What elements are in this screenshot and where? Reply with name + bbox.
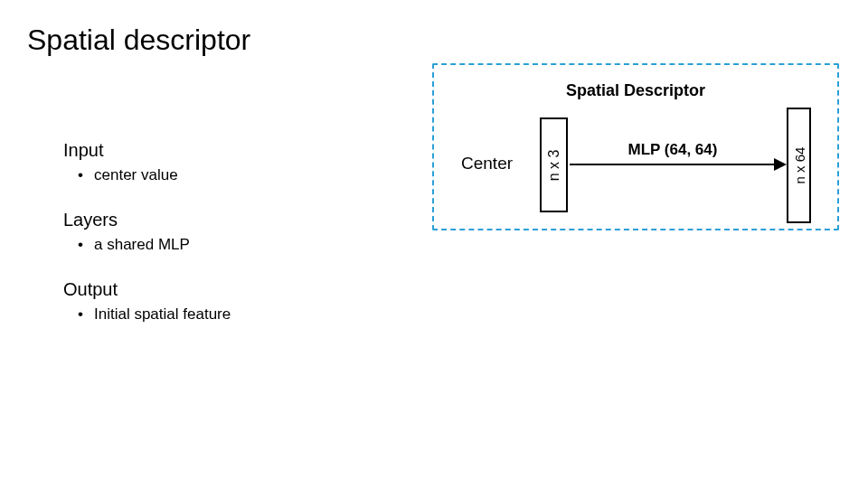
input-label: Input bbox=[63, 140, 231, 161]
layers-bullet: a shared MLP bbox=[94, 236, 231, 254]
mlp-label: MLP (64, 64) bbox=[570, 141, 776, 159]
output-label: Output bbox=[63, 279, 231, 300]
arrow-line bbox=[570, 164, 776, 165]
output-bullet: Initial spatial feature bbox=[94, 305, 231, 324]
center-label: Center bbox=[461, 154, 513, 174]
diagram-title: Spatial Descriptor bbox=[432, 81, 839, 100]
arrow-head-icon bbox=[774, 158, 787, 171]
spatial-descriptor-diagram: Spatial Descriptor Center n x 3 MLP (64,… bbox=[432, 47, 839, 237]
slide-title: Spatial descriptor bbox=[27, 23, 250, 57]
output-tensor-block: n x 64 bbox=[787, 108, 811, 223]
content-area: Input center value Layers a shared MLP O… bbox=[63, 140, 231, 349]
input-tensor-label: n x 3 bbox=[546, 149, 562, 181]
input-tensor-block: n x 3 bbox=[540, 117, 568, 212]
layers-label: Layers bbox=[63, 210, 231, 230]
input-bullet: center value bbox=[94, 166, 231, 184]
output-tensor-label: n x 64 bbox=[791, 147, 807, 184]
